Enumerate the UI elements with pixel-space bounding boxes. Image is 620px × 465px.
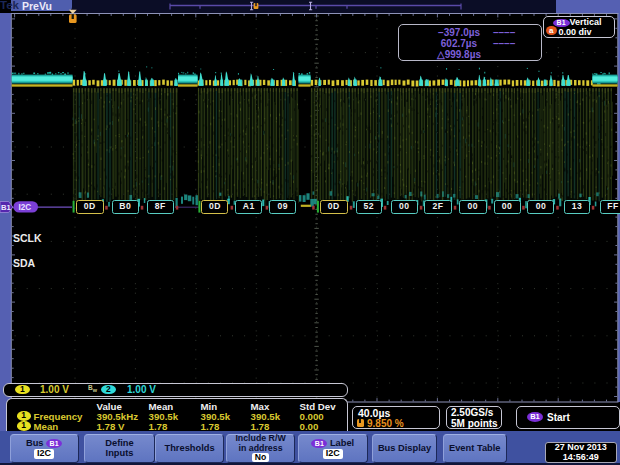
svg-text:I2C: I2C — [19, 203, 32, 212]
svg-text:B1: B1 — [1, 203, 11, 212]
